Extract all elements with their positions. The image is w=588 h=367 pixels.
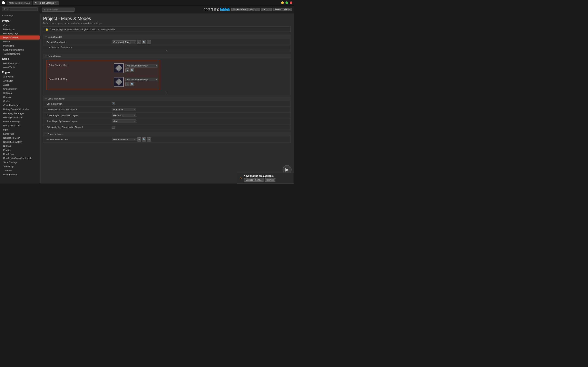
sidebar-item-navigation-system[interactable]: Navigation System: [0, 140, 40, 144]
editor-startup-map-dropdown[interactable]: MotionControllerMap: [125, 64, 158, 67]
field-three-player-label: Three Player Splitscreen Layout: [47, 114, 112, 117]
sidebar-item-slate-settings[interactable]: Slate Settings: [0, 160, 40, 164]
sidebar-item-movies[interactable]: Movies: [0, 40, 40, 44]
three-player-dropdown[interactable]: Favor Top: [112, 114, 136, 117]
editor-map-search-icon[interactable]: 🔍: [130, 68, 134, 72]
set-as-default-button[interactable]: Set as Default: [231, 8, 248, 11]
content-area: CG学习笔记 bilibili Set as Default Export...…: [40, 6, 294, 184]
gamemode-reset-icon[interactable]: ↩: [137, 40, 141, 44]
game-instance-search-icon[interactable]: 🔍: [142, 137, 146, 142]
sidebar-item-ai-system[interactable]: AI System: [0, 75, 40, 79]
sidebar-item-packaging[interactable]: Packaging: [0, 44, 40, 48]
dismiss-button[interactable]: Dismiss: [265, 178, 276, 182]
manage-plugins-button[interactable]: Manage Plugins...: [244, 178, 264, 182]
gamemode-add-icon[interactable]: +: [147, 40, 151, 44]
gamemode-dropdown[interactable]: GameModeBase: [112, 40, 136, 44]
export-button[interactable]: Export...: [249, 8, 260, 11]
sidebar-item-physics[interactable]: Physics: [0, 148, 40, 152]
section-local-multiplayer-body: Use Splitscreen Two Player Splitscreen L…: [43, 101, 291, 130]
game-instance-add-icon[interactable]: +: [147, 137, 151, 142]
sidebar-all-settings[interactable]: All Settings: [0, 13, 40, 18]
editor-map-reset-icon[interactable]: ↩: [125, 68, 130, 72]
section-default-modes: ▼ Default Modes Default GameMode GameMod…: [43, 35, 291, 52]
selected-gamemode-label: Selected GameMode: [51, 46, 72, 49]
section-game-instance-header[interactable]: ▼ Game Instance: [43, 132, 291, 136]
sidebar-item-rendering[interactable]: Rendering: [0, 152, 40, 156]
section-default-modes-header[interactable]: ▼ Default Modes: [43, 35, 291, 39]
window-controls: [281, 1, 292, 4]
skip-gamepad-checkbox[interactable]: [112, 126, 115, 129]
sidebar-item-garbage-collection[interactable]: Garbage Collection: [0, 115, 40, 119]
selected-gamemode-row[interactable]: ▶ Selected GameMode: [43, 45, 291, 49]
sidebar-section-game: Game: [0, 56, 40, 61]
field-game-instance-class-value: GameInstance ↩ 🔍 +: [112, 137, 287, 142]
section-local-multiplayer-header[interactable]: ▼ Local Multiplayer: [43, 96, 291, 101]
search-details-input[interactable]: [42, 8, 75, 12]
sidebar-item-tutorials[interactable]: Tutorials: [0, 168, 40, 173]
section-game-instance-body: Game Instance Class GameInstance ↩ 🔍 +: [43, 136, 291, 143]
section-default-modes-body: Default GameMode GameModeBase ↩ 🔍 +: [43, 39, 291, 52]
sidebar-item-user-interface[interactable]: User Interface: [0, 173, 40, 176]
sidebar-item-general-settings[interactable]: General Settings: [0, 119, 40, 124]
gamemode-dropdown-wrapper: GameModeBase: [112, 40, 136, 44]
sidebar-item-hierarchical-lod[interactable]: Hierarchical LOD: [0, 124, 40, 128]
sidebar-item-gameplay-debugger[interactable]: Gameplay Debugger: [0, 111, 40, 115]
sidebar-item-cooker[interactable]: Cooker: [0, 99, 40, 103]
tab-project-settings-label: Project Settings: [38, 2, 54, 4]
sidebar-item-asset-tools[interactable]: Asset Tools: [0, 65, 40, 69]
sidebar-item-rendering-overrides[interactable]: Rendering Overrides (Local): [0, 156, 40, 160]
editor-startup-map-label: Editor Startup Map: [49, 63, 114, 67]
sidebar-item-maps-modes[interactable]: Maps & Modes: [0, 35, 40, 40]
sidebar-item-input[interactable]: Input: [0, 128, 40, 132]
sidebar-item-collision[interactable]: Collision: [0, 91, 40, 95]
sidebar-search-input[interactable]: [2, 7, 38, 11]
reset-to-defaults-button[interactable]: Reset to Defaults: [273, 8, 292, 11]
game-instance-reset-icon[interactable]: ↩: [137, 137, 141, 142]
gamemode-search-icon[interactable]: 🔍: [142, 40, 146, 44]
sidebar-item-crowd-manager[interactable]: Crowd Manager: [0, 103, 40, 107]
import-button[interactable]: Import...: [261, 8, 272, 11]
game-default-map-dropdown[interactable]: MotionControllerMap: [125, 78, 158, 81]
field-game-instance-class-label: Game Instance Class: [47, 138, 112, 141]
sidebar-item-console[interactable]: Console: [0, 95, 40, 99]
sidebar-item-target-hardware[interactable]: Target Hardware: [0, 52, 40, 56]
tab-close-icon[interactable]: ✕: [54, 2, 56, 4]
sidebar-item-landscape[interactable]: Landscape: [0, 132, 40, 136]
four-player-dropdown[interactable]: Grid: [112, 119, 136, 123]
sidebar-item-animation[interactable]: Animation: [0, 79, 40, 83]
maximize-button[interactable]: [285, 1, 288, 4]
sidebar-item-network[interactable]: Network: [0, 144, 40, 148]
sidebar-item-supported-platforms[interactable]: Supported Platforms: [0, 48, 40, 52]
game-map-search-icon[interactable]: 🔍: [130, 82, 134, 86]
sidebar-item-crypto[interactable]: Crypto: [0, 23, 40, 27]
three-player-dropdown-wrapper: Favor Top: [112, 114, 136, 117]
sidebar-item-gameplaytags[interactable]: GameplayTags: [0, 31, 40, 35]
sidebar-item-navigation-mesh[interactable]: Navigation Mesh: [0, 136, 40, 140]
red-highlight-box: Editor Startup Map: [47, 60, 160, 90]
game-map-reset-icon[interactable]: ↩: [125, 82, 130, 86]
section-default-maps-header[interactable]: ▼ Default Maps: [43, 54, 291, 58]
notification-text-area: New plugins are available Manage Plugins…: [244, 175, 291, 182]
sidebar-item-description[interactable]: Description: [0, 27, 40, 31]
tab-project-settings[interactable]: ⚙ Project Settings ✕: [33, 1, 59, 5]
sidebar-item-streaming[interactable]: Streaming: [0, 164, 40, 168]
minimize-button[interactable]: [281, 1, 284, 4]
sidebar-item-chaos-solver[interactable]: Chaos Solver: [0, 87, 40, 91]
bilibili-text: bilibili: [220, 7, 230, 12]
sidebar-item-audio[interactable]: Audio: [0, 83, 40, 87]
info-message: These settings are saved in DefaultEngin…: [50, 28, 116, 31]
close-button[interactable]: [290, 1, 292, 4]
game-instance-dropdown[interactable]: GameInstance: [112, 138, 136, 141]
section-game-instance-arrow: ▼: [45, 133, 47, 135]
page-title: Project - Maps & Modes: [43, 16, 291, 21]
game-default-map-thumbnail: [114, 77, 124, 87]
game-default-map-thumb-inner: [115, 78, 122, 86]
two-player-dropdown[interactable]: Horizontal: [112, 108, 136, 111]
sidebar-item-asset-manager[interactable]: Asset Manager: [0, 61, 40, 65]
maps-collapse-arrow: ▼: [43, 92, 291, 95]
editor-startup-map-value: MotionControllerMap ↩ 🔍: [114, 63, 158, 73]
sidebar-item-debug-camera[interactable]: Debug Camera Controller: [0, 107, 40, 111]
tab-motioncontrollermap[interactable]: MotionControllerMap: [7, 1, 32, 5]
sidebar-section-engine: Engine: [0, 69, 40, 75]
use-splitscreen-checkbox[interactable]: [112, 102, 115, 105]
